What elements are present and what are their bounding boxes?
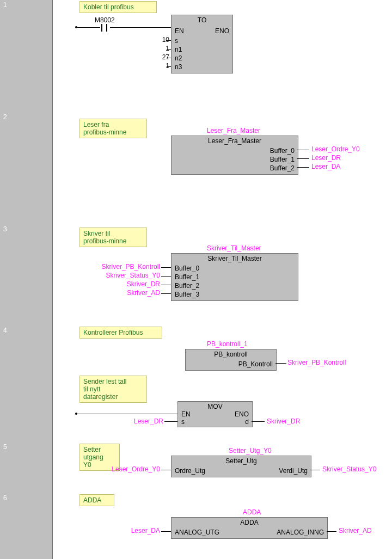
pin-b3: Buffer_3 — [175, 291, 199, 298]
wire — [252, 421, 265, 422]
pin-buffer0: Buffer_0 — [270, 147, 295, 155]
pin-en: EN — [175, 27, 184, 35]
block-r5-type: Setter_Utg — [171, 456, 311, 466]
rail-5 — [52, 442, 77, 493]
val-n1: 1 — [160, 45, 169, 52]
block-r6-type: ADDA — [171, 518, 327, 528]
wire — [167, 66, 171, 67]
wire — [161, 276, 171, 277]
comment-r1: Kobler til profibus — [79, 1, 157, 13]
wire — [161, 470, 171, 470]
block-to-title: TO — [171, 15, 232, 26]
link-r5-in: Leser_Ordre_Y0 — [103, 465, 160, 473]
comment-r6: ADDA — [79, 494, 114, 506]
wire — [167, 58, 171, 58]
val-n2: 27 — [160, 53, 169, 61]
link-r6-out: Skriver_AD — [339, 527, 372, 535]
block-leser-fra-master[interactable]: Leser_Fra_Master Buffer_0 Buffer_1 Buffe… — [171, 136, 298, 175]
pin-buffer2: Buffer_2 — [270, 164, 295, 172]
wire — [297, 150, 309, 150]
instance-r2: Leser_Fra_Master — [207, 127, 260, 134]
instance-r5: Setter_Utg_Y0 — [229, 447, 272, 454]
wire — [161, 531, 171, 532]
wire — [167, 49, 171, 50]
wire — [110, 27, 171, 28]
link-leser-ordre-y0: Leser_Ordre_Y0 — [311, 145, 360, 153]
wire — [275, 363, 286, 364]
node — [75, 26, 77, 28]
wire — [164, 421, 177, 422]
link-r6-in: Leser_DA — [124, 527, 160, 535]
wire — [297, 158, 309, 159]
pin-n2: n2 — [175, 54, 182, 62]
wire — [161, 293, 171, 294]
rung-number-3: 3 — [0, 224, 53, 326]
rung-number-6: 6 — [0, 493, 53, 559]
pin-analog-inng: ANALOG_INNG — [277, 529, 324, 536]
wire — [76, 414, 177, 414]
val-s: 10 — [160, 36, 169, 44]
block-pb-kontroll[interactable]: PB_kontroll PB_Kontroll — [185, 349, 277, 371]
wire — [167, 40, 171, 41]
link-skriver-pb-kontroll: Skriver_PB_Kontroll — [97, 263, 160, 271]
block-r4a-type: PB_kontroll — [186, 349, 276, 360]
rail-2 — [52, 112, 77, 224]
rail-1 — [52, 0, 77, 112]
block-mov[interactable]: MOV EN ENO s d — [177, 401, 253, 427]
comment-r3: Skriver til profibus-minne — [79, 228, 147, 247]
pin-eno: ENO — [215, 27, 229, 35]
comment-r4a: Kontrollerer Profibus — [79, 327, 162, 339]
link-r5-out: Skriver_Status_Y0 — [322, 465, 376, 473]
instance-r6: ADDA — [243, 508, 261, 516]
rung-number-5: 5 — [0, 442, 53, 494]
pin-s2: s — [181, 418, 185, 426]
contact-m8002[interactable] — [100, 24, 111, 32]
pin-buffer1: Buffer_1 — [270, 156, 295, 163]
pin-ordre-utg: Ordre_Utg — [175, 467, 205, 475]
pin-n1: n1 — [175, 46, 182, 53]
node — [75, 413, 77, 415]
rail-6 — [52, 493, 77, 559]
link-skriver-ad: Skriver_AD — [97, 289, 160, 297]
link-leser-dr: Leser_DR — [311, 154, 341, 162]
link-skriver-dr: Skriver_DR — [97, 280, 160, 288]
link-leser-da: Leser_DA — [311, 163, 340, 170]
wire — [76, 27, 100, 28]
pin-en2: EN — [181, 410, 191, 418]
comment-r2: Leser fra profibus-minne — [79, 119, 147, 138]
pin-b1: Buffer_1 — [175, 273, 199, 281]
rung-number-1: 1 — [0, 0, 53, 113]
pin-eno2: ENO — [235, 410, 249, 418]
link-skriver-status-y0: Skriver_Status_Y0 — [97, 272, 160, 279]
comment-r4b: Sender lest tall til nytt dataregister — [79, 376, 147, 403]
wire — [161, 267, 171, 268]
wire — [310, 470, 320, 470]
contact-label-m8002: M8002 — [95, 16, 115, 24]
pin-analog-utg: ANALOG_UTG — [175, 529, 219, 536]
block-r2-type: Leser_Fra_Master — [171, 136, 298, 146]
wire — [161, 285, 171, 285]
val-n3: 1 — [160, 62, 169, 70]
rail-3 — [52, 224, 77, 325]
pin-b2: Buffer_2 — [175, 282, 199, 290]
rung-number-4: 4 — [0, 325, 53, 443]
rung-number-2: 2 — [0, 112, 53, 225]
wire — [327, 531, 336, 532]
block-to[interactable]: TO EN ENO s n1 n2 n3 — [171, 15, 233, 73]
pin-d2: d — [245, 418, 249, 426]
block-r3-type: Skriver_Til_Master — [171, 254, 298, 264]
rail-4 — [52, 325, 77, 442]
pin-n3: n3 — [175, 63, 182, 71]
instance-r3: Skriver_Til_Master — [207, 244, 261, 252]
pin-s: s — [175, 37, 178, 45]
block-skriver-til-master[interactable]: Skriver_Til_Master Buffer_0 Buffer_1 Buf… — [171, 253, 298, 301]
block-adda[interactable]: ADDA ANALOG_UTG ANALOG_INNG — [171, 517, 328, 539]
link-pb-kontroll-out: Skriver_PB_Kontroll — [287, 359, 346, 366]
block-setter-utg[interactable]: Setter_Utg Ordre_Utg Verdi_Utg — [171, 456, 311, 477]
instance-r4a: PB_kontroll_1 — [207, 340, 248, 348]
link-mov-d: Skriver_DR — [267, 417, 300, 425]
pin-verdi-utg: Verdi_Utg — [279, 467, 308, 475]
wire — [297, 167, 309, 168]
pin-b0: Buffer_0 — [175, 265, 199, 272]
pin-pb-kontroll: PB_Kontroll — [238, 360, 273, 368]
